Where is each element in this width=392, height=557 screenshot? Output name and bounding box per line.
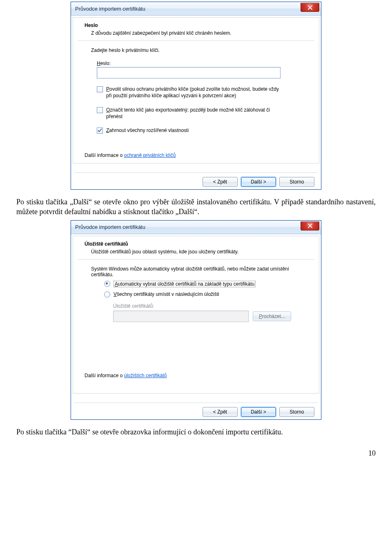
include-extended-checkbox-row[interactable]: Zahrnout všechny rozšířené vlastnosti	[97, 127, 301, 134]
certificate-store-input	[113, 311, 249, 322]
more-info-line: Další informace o ochraně privátních klí…	[85, 152, 319, 158]
next-button[interactable]: Další >	[241, 177, 276, 187]
cancel-button[interactable]: Storno	[279, 177, 314, 187]
content-frame: Úložiště certifikátů Úložiště certifikát…	[73, 236, 319, 394]
page-subheading: Úložiště certifikátů jsou oblasti systém…	[91, 248, 307, 255]
dialog-frame: Průvodce importem certifikátu Heslo Z dů…	[71, 2, 321, 190]
radio-unselected-icon	[104, 291, 110, 298]
password-label: Heslo:	[97, 60, 301, 66]
checkbox-unchecked-icon	[97, 107, 103, 113]
password-input[interactable]	[97, 67, 281, 78]
button-row: < Zpět Další > Storno	[73, 173, 319, 188]
checkbox-unchecked-icon	[97, 86, 103, 92]
instruction-text: Systém Windows může automaticky vybrat ú…	[91, 266, 301, 277]
specific-store-radio-row[interactable]: Všechny certifikáty umístit v následujíc…	[104, 291, 301, 298]
page-subheading: Z důvodu zajištění zabezpečení byl privá…	[91, 30, 307, 36]
document-paragraph-2: Po stisku tlačítka “Další“ se otevře obr…	[16, 427, 376, 437]
auto-select-store-label: Automaticky vybrat úložiště certifikátů …	[114, 281, 256, 287]
client-area: Úložiště certifikátů Úložiště certifikát…	[71, 234, 321, 419]
window-title: Průvodce importem certifikátu	[75, 224, 145, 230]
certificate-stores-link[interactable]: úložištích certifikátů	[124, 373, 167, 378]
exportable-checkbox-row[interactable]: Označit tento klíč jako exportovatelný; …	[97, 107, 301, 120]
button-row: < Zpět Další > Storno	[73, 403, 319, 418]
client-area: Heslo Z důvodu zajištění zabezpečení byl…	[71, 16, 321, 189]
document-paragraph-1: Po stisku tlačítka „Další“ se otevře okn…	[16, 197, 376, 217]
exportable-label: Označit tento klíč jako exportovatelný; …	[106, 107, 282, 120]
radio-selected-icon	[104, 281, 110, 287]
private-key-protection-link[interactable]: ochraně privátních klíčů	[124, 152, 176, 158]
next-button[interactable]: Další >	[241, 407, 276, 417]
close-button[interactable]	[301, 221, 319, 230]
close-icon	[308, 5, 312, 10]
instruction-text: Zadejte heslo k privátnímu klíči.	[91, 47, 301, 53]
page-heading: Úložiště certifikátů	[85, 241, 307, 247]
strong-protection-label: Povolit silnou ochranu privátního klíče …	[106, 86, 282, 99]
cancel-button[interactable]: Storno	[279, 407, 314, 417]
strong-protection-checkbox-row[interactable]: Povolit silnou ochranu privátního klíče …	[97, 86, 301, 99]
wizard-dialog-password: Průvodce importem certifikátu Heslo Z dů…	[71, 2, 321, 190]
page-heading: Heslo	[85, 22, 307, 28]
include-extended-label: Zahrnout všechny rozšířené vlastnosti	[106, 127, 189, 134]
title-bar: Průvodce importem certifikátu	[71, 221, 321, 234]
window-title: Průvodce importem certifikátu	[75, 6, 145, 12]
title-bar: Průvodce importem certifikátu	[71, 2, 321, 16]
specific-store-label: Všechny certifikáty umístit v následujíc…	[114, 291, 219, 297]
page-number: 10	[0, 449, 376, 458]
content-frame: Heslo Z důvodu zajištění zabezpečení byl…	[73, 17, 319, 163]
auto-select-store-radio-row[interactable]: Automaticky vybrat úložiště certifikátů …	[104, 281, 301, 287]
more-info-line: Další informace o úložištích certifikátů	[85, 373, 319, 378]
dialog-frame: Průvodce importem certifikátu Úložiště c…	[71, 220, 321, 420]
back-button[interactable]: < Zpět	[203, 177, 238, 187]
store-field-label: Úložiště certifikátů:	[113, 303, 301, 309]
close-button[interactable]	[301, 3, 319, 12]
browse-button: Procházet...	[253, 311, 291, 321]
checkbox-checked-icon	[97, 128, 103, 134]
wizard-dialog-store: Průvodce importem certifikátu Úložiště c…	[71, 220, 321, 420]
close-icon	[308, 224, 312, 228]
back-button[interactable]: < Zpět	[203, 407, 238, 417]
